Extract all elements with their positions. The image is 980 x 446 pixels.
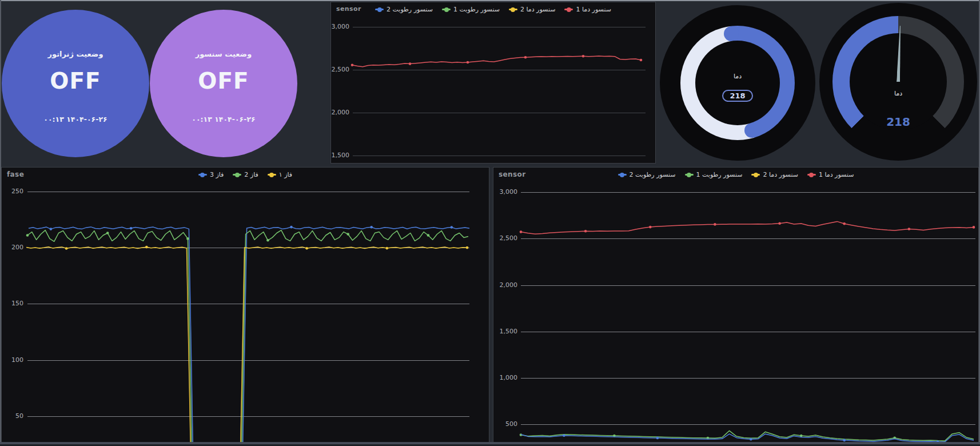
legend: سنسور رطوبت 2سنسور رطوبت 1سنسور دما 2سنس… bbox=[493, 171, 978, 178]
y-axis-tick-label: 2,500 bbox=[493, 234, 517, 242]
legend-item[interactable]: سنسور رطوبت 1 bbox=[442, 6, 500, 13]
panel-sensor-chart-top[interactable]: sensor سنسور رطوبت 2سنسور رطوبت 1سنسور د… bbox=[330, 2, 656, 164]
y-axis-tick-label: 150 bbox=[2, 300, 23, 307]
legend-item[interactable]: سنسور رطوبت 2 bbox=[375, 6, 433, 13]
legend-item[interactable]: سنسور رطوبت 2 bbox=[618, 171, 676, 178]
legend-item[interactable]: سنسور دما 2 bbox=[509, 6, 555, 13]
y-axis-tick-label: 200 bbox=[2, 244, 23, 251]
legend-dot-icon bbox=[377, 7, 382, 12]
legend-marker-icon bbox=[233, 174, 241, 176]
legend-item[interactable]: سنسور رطوبت 1 bbox=[685, 171, 743, 178]
legend-dot-icon bbox=[269, 173, 274, 177]
window-border-top bbox=[0, 0, 980, 1]
panel-gauge-needle[interactable]: دما 218 bbox=[819, 2, 978, 164]
gauge-needle-value: 218 bbox=[819, 115, 977, 129]
legend-item[interactable]: فاز 2 bbox=[233, 171, 258, 178]
y-axis-tick-label: 100 bbox=[2, 356, 23, 364]
legend-dot-icon bbox=[754, 173, 758, 177]
legend-dot-icon bbox=[687, 173, 691, 177]
sensor-status-circle: وضعیت سنسور OFF ۱۴۰۴-۰۶-۲۶ ۰۰:۱۳ bbox=[150, 10, 297, 157]
plot-area[interactable] bbox=[331, 2, 655, 163]
y-axis-tick-label: 1,500 bbox=[331, 152, 349, 159]
legend-label: فاز 3 bbox=[210, 171, 224, 178]
gauge-arc-cap bbox=[744, 123, 759, 138]
legend-dot-icon bbox=[567, 7, 571, 12]
y-axis-tick-label: 50 bbox=[2, 412, 23, 420]
sensor-status-timestamp: ۱۴۰۴-۰۶-۲۶ ۰۰:۱۳ bbox=[150, 115, 297, 124]
legend-dot-icon bbox=[235, 173, 240, 177]
legend-label: سنسور رطوبت 2 bbox=[630, 171, 676, 178]
panel-sensor-chart-bottom[interactable]: sensor سنسور رطوبت 2سنسور رطوبت 1سنسور د… bbox=[493, 167, 979, 445]
legend-dot-icon bbox=[511, 7, 515, 12]
legend-marker-icon bbox=[442, 9, 451, 10]
generator-status-timestamp: ۱۴۰۴-۰۶-۲۶ ۰۰:۱۳ bbox=[2, 115, 149, 124]
legend-dot-icon bbox=[444, 7, 449, 12]
y-axis-tick-label: 1,500 bbox=[493, 328, 517, 335]
gauge-needle: دما 218 bbox=[819, 3, 977, 161]
legend-item[interactable]: سنسور دما 1 bbox=[564, 6, 611, 13]
legend-label: سنسور رطوبت 1 bbox=[453, 6, 500, 13]
gauge-donut-value: 218 bbox=[722, 90, 753, 102]
legend-dot-icon bbox=[200, 173, 205, 177]
legend-marker-icon bbox=[685, 174, 694, 176]
legend-marker-icon bbox=[198, 174, 207, 176]
plot-area[interactable] bbox=[493, 168, 978, 444]
legend-label: سنسور دما 1 bbox=[819, 171, 854, 178]
y-axis-tick-label: 1,000 bbox=[493, 374, 517, 381]
legend: سنسور رطوبت 2سنسور رطوبت 1سنسور دما 2سنس… bbox=[331, 6, 655, 13]
panel-generator-status[interactable]: وضعیت ژنراتور OFF ۱۴۰۴-۰۶-۲۶ ۰۰:۱۳ bbox=[3, 2, 148, 164]
window-border-left bbox=[0, 0, 1, 446]
legend-marker-icon bbox=[807, 174, 816, 176]
legend-item[interactable]: فاز 3 bbox=[198, 171, 224, 178]
panel-gauge-donut[interactable]: دما 218 bbox=[659, 2, 816, 164]
legend-marker-icon bbox=[618, 174, 627, 176]
legend: فاز 3فاز 2فاز ۱ bbox=[2, 171, 489, 178]
dashboard: وضعیت ژنراتور OFF ۱۴۰۴-۰۶-۲۶ ۰۰:۱۳ وضعیت… bbox=[0, 0, 980, 446]
legend-label: سنسور رطوبت 1 bbox=[696, 171, 743, 178]
legend-label: سنسور دما 1 bbox=[576, 6, 611, 13]
legend-label: فاز ۱ bbox=[279, 171, 292, 178]
sensor-status-value: OFF bbox=[150, 68, 297, 94]
gauge-donut-hole bbox=[695, 41, 780, 125]
legend-label: سنسور رطوبت 2 bbox=[387, 6, 433, 13]
y-axis-tick-label: 2,500 bbox=[331, 66, 349, 73]
legend-marker-icon bbox=[375, 9, 384, 10]
panel-sensor-status[interactable]: وضعیت سنسور OFF ۱۴۰۴-۰۶-۲۶ ۰۰:۱۳ bbox=[150, 2, 297, 164]
generator-status-title: وضعیت ژنراتور bbox=[2, 50, 149, 58]
sensor-status-title: وضعیت سنسور bbox=[150, 50, 297, 58]
legend-label: فاز 2 bbox=[244, 171, 258, 178]
gauge-donut-label: دما bbox=[660, 73, 815, 80]
y-axis-tick-label: 500 bbox=[493, 420, 517, 428]
y-axis-tick-label: 3,000 bbox=[331, 23, 349, 30]
legend-label: سنسور دما 2 bbox=[520, 6, 555, 13]
legend-marker-icon bbox=[751, 174, 760, 176]
y-axis-tick-label: 3,000 bbox=[493, 188, 517, 196]
legend-marker-icon bbox=[564, 9, 573, 10]
legend-item[interactable]: سنسور دما 1 bbox=[807, 171, 854, 178]
y-axis-tick-label: 2,000 bbox=[493, 281, 517, 289]
generator-status-value: OFF bbox=[2, 68, 149, 94]
legend-label: سنسور دما 2 bbox=[763, 171, 798, 178]
legend-item[interactable]: سنسور دما 2 bbox=[751, 171, 798, 178]
legend-dot-icon bbox=[809, 173, 814, 177]
generator-status-circle: وضعیت ژنراتور OFF ۱۴۰۴-۰۶-۲۶ ۰۰:۱۳ bbox=[2, 10, 149, 157]
gauge-needle-label: دما bbox=[819, 90, 977, 97]
gauge-donut: دما 218 bbox=[660, 5, 815, 161]
y-axis-tick-label: 250 bbox=[2, 188, 23, 195]
plot-area[interactable] bbox=[2, 168, 489, 444]
panel-fase-chart[interactable]: fase فاز 3فاز 2فاز ۱ 25020015010050 bbox=[1, 167, 489, 445]
legend-marker-icon bbox=[268, 174, 276, 176]
legend-item[interactable]: فاز ۱ bbox=[268, 171, 292, 178]
legend-marker-icon bbox=[509, 9, 517, 10]
gauge-arc-cap bbox=[724, 26, 739, 41]
y-axis-tick-label: 2,000 bbox=[331, 109, 349, 116]
legend-dot-icon bbox=[620, 173, 624, 177]
